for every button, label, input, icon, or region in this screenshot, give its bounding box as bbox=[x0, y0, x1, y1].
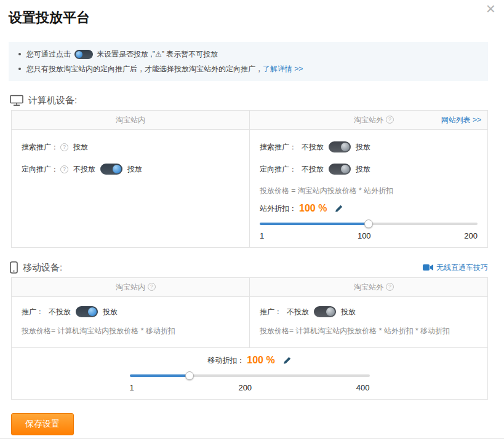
mobile-table-header: 淘宝站内? 淘宝站外? bbox=[12, 278, 487, 297]
off-label: 不投放 bbox=[73, 164, 95, 175]
price-formula: 投放价格= 计算机淘宝站内投放价格 * 站外折扣 * 移动折扣 bbox=[260, 325, 478, 336]
close-icon[interactable]: × bbox=[486, 0, 495, 18]
col-header-label: 淘宝站内 bbox=[116, 283, 145, 291]
computer-table-body: 搜索推广： ? 投放 定向推广： ? 不投放 投放 搜索推广： 不投放 投放 bbox=[12, 130, 487, 247]
discount-value: 100 % bbox=[299, 203, 327, 214]
slider-scale: 1 100 200 bbox=[260, 231, 478, 241]
notice-text: 您可通过点击 bbox=[26, 47, 71, 61]
mobile-table-footer: 移动折扣： 100 % 1 200 400 bbox=[12, 347, 487, 399]
slider-scale: 1 200 400 bbox=[130, 383, 370, 393]
pc-offsite-search-row: 搜索推广： 不投放 投放 bbox=[260, 141, 478, 153]
edit-mobile-discount-icon[interactable] bbox=[282, 356, 292, 365]
on-label: 投放 bbox=[103, 307, 118, 317]
video-icon bbox=[423, 264, 433, 271]
mobile-onsite-promo-row: 推广： 不投放 投放 bbox=[22, 306, 239, 318]
computer-icon bbox=[10, 95, 23, 106]
bullet-icon bbox=[18, 53, 21, 55]
scale-max: 400 bbox=[356, 383, 370, 393]
section-label: 计算机设备: bbox=[28, 95, 77, 106]
slider-fill bbox=[260, 223, 369, 225]
col-header-taobao-offsite: 淘宝站外? 网站列表 >> bbox=[249, 111, 487, 129]
discount-value: 100 % bbox=[247, 355, 274, 366]
pc-offsite-search-toggle[interactable] bbox=[329, 141, 351, 152]
learn-more-link[interactable]: 了解详情 >> bbox=[263, 61, 303, 76]
col-header-label: 淘宝站内 bbox=[116, 116, 145, 124]
price-formula: 投放价格 = 淘宝站内投放价格 * 站外折扣 bbox=[260, 185, 478, 196]
toggle-knob bbox=[76, 51, 82, 58]
on-label: 投放 bbox=[356, 164, 370, 175]
pc-onsite-target-toggle[interactable] bbox=[100, 164, 122, 175]
mobile-offsite-promo-toggle[interactable] bbox=[314, 306, 336, 317]
off-label: 不投放 bbox=[49, 307, 71, 317]
mobile-onsite-promo-toggle[interactable] bbox=[76, 306, 98, 317]
toggle-demo-icon bbox=[74, 50, 93, 59]
toggle-knob bbox=[341, 143, 350, 151]
price-formula: 投放价格= 计算机淘宝站内投放价格 * 移动折扣 bbox=[22, 325, 239, 336]
col-header-taobao-offsite: 淘宝站外? bbox=[249, 278, 487, 296]
on-label: 投放 bbox=[341, 307, 356, 317]
pc-onsite-cell: 搜索推广： ? 投放 定向推广： ? 不投放 投放 bbox=[12, 130, 249, 247]
notice-text: 来设置是否投放 ,"⚠" 表示暂不可投放 bbox=[97, 47, 218, 61]
save-settings-button[interactable]: 保存设置 bbox=[11, 413, 74, 435]
state-label: 投放 bbox=[73, 142, 88, 152]
field-label: 搜索推广： bbox=[22, 142, 58, 152]
col-header-label: 淘宝站外 bbox=[354, 283, 383, 291]
pc-offsite-cell: 搜索推广： 不投放 投放 定向推广： 不投放 投放 投放价格 = 淘宝站内投放价… bbox=[249, 130, 487, 247]
col-header-taobao-onsite: 淘宝站内? bbox=[12, 278, 249, 296]
mobile-offsite-promo-row: 推广： 不投放 投放 bbox=[260, 306, 478, 318]
notice-box: 您可通过点击 来设置是否投放 ,"⚠" 表示暂不可投放 您只有投放淘宝站内的定向… bbox=[9, 42, 488, 81]
pc-offsite-target-toggle[interactable] bbox=[329, 164, 351, 175]
mobile-phone-icon bbox=[10, 261, 18, 274]
notice-line-2: 您只有投放淘宝站内的定向推广后，才能选择投放淘宝站外的定向推广， 了解详情 >> bbox=[18, 61, 478, 76]
help-icon[interactable]: ? bbox=[148, 283, 156, 291]
help-icon[interactable]: ? bbox=[60, 165, 68, 173]
scale-max: 200 bbox=[464, 231, 478, 241]
offsite-discount-row: 站外折扣： 100 % bbox=[260, 201, 478, 216]
mobile-section-header: 移动设备: 无线直通车技巧 bbox=[10, 261, 488, 274]
mobile-offsite-cell: 推广： 不投放 投放 投放价格= 计算机淘宝站内投放价格 * 站外折扣 * 移动… bbox=[249, 297, 487, 347]
scale-min: 1 bbox=[130, 383, 134, 393]
scale-mid: 100 bbox=[358, 231, 371, 241]
help-icon[interactable]: ? bbox=[60, 143, 68, 151]
set-delivery-platform-dialog: × 设置投放平台 您可通过点击 来设置是否投放 ,"⚠" 表示暂不可投放 您只有… bbox=[0, 0, 504, 439]
on-label: 投放 bbox=[356, 142, 370, 152]
col-header-taobao-onsite: 淘宝站内 bbox=[12, 111, 249, 129]
toggle-knob bbox=[341, 165, 350, 173]
slider-handle[interactable] bbox=[364, 220, 373, 228]
field-label: 定向推广： bbox=[260, 164, 297, 175]
field-label: 定向推广： bbox=[22, 164, 58, 175]
pc-offsite-target-row: 定向推广： 不投放 投放 bbox=[260, 163, 478, 175]
wireless-tips-link[interactable]: 无线直通车技巧 bbox=[423, 263, 488, 273]
bullet-icon bbox=[18, 68, 21, 70]
mobile-discount-slider[interactable] bbox=[130, 371, 370, 380]
notice-text: 您只有投放淘宝站内的定向推广后，才能选择投放淘宝站外的定向推广， bbox=[26, 61, 263, 76]
field-label: 搜索推广： bbox=[260, 142, 297, 152]
notice-line-1: 您可通过点击 来设置是否投放 ,"⚠" 表示暂不可投放 bbox=[18, 47, 478, 61]
mobile-table: 淘宝站内? 淘宝站外? 推广： 不投放 投放 投放价格= 计算机淘宝站内投放价格… bbox=[11, 277, 488, 400]
toggle-knob bbox=[113, 165, 121, 173]
scale-min: 1 bbox=[260, 231, 264, 241]
scale-mid: 200 bbox=[238, 383, 252, 393]
offsite-discount-slider[interactable] bbox=[260, 220, 478, 228]
col-header-label: 淘宝站外 bbox=[354, 116, 383, 124]
edit-offsite-discount-icon[interactable] bbox=[334, 204, 343, 213]
pc-onsite-target-row: 定向推广： ? 不投放 投放 bbox=[22, 163, 239, 175]
mobile-discount-row: 移动折扣： 100 % bbox=[130, 353, 370, 368]
on-label: 投放 bbox=[127, 164, 142, 175]
field-label: 推广： bbox=[260, 307, 282, 317]
computer-table-header: 淘宝站内 淘宝站外? 网站列表 >> bbox=[12, 111, 487, 130]
tips-link-label: 无线直通车技巧 bbox=[436, 263, 488, 273]
slider-handle[interactable] bbox=[185, 371, 194, 380]
mobile-table-body: 推广： 不投放 投放 投放价格= 计算机淘宝站内投放价格 * 移动折扣 推广： … bbox=[12, 297, 487, 347]
toggle-knob bbox=[88, 307, 97, 316]
computer-table: 淘宝站内 淘宝站外? 网站列表 >> 搜索推广： ? 投放 定向推广： ? 不投… bbox=[11, 110, 488, 248]
off-label: 不投放 bbox=[302, 164, 324, 175]
site-list-link[interactable]: 网站列表 >> bbox=[441, 111, 481, 129]
field-label: 推广： bbox=[22, 307, 44, 317]
help-icon[interactable]: ? bbox=[386, 116, 394, 124]
page-title: 设置投放平台 bbox=[9, 9, 504, 27]
mobile-onsite-cell: 推广： 不投放 投放 投放价格= 计算机淘宝站内投放价格 * 移动折扣 bbox=[12, 297, 249, 347]
help-icon[interactable]: ? bbox=[386, 283, 394, 291]
off-label: 不投放 bbox=[287, 307, 309, 317]
toggle-knob bbox=[326, 307, 335, 316]
